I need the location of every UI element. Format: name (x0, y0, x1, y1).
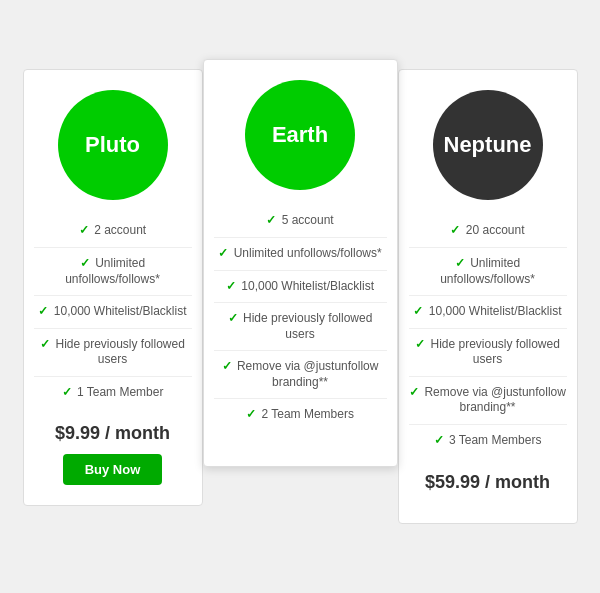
feature-unfollows: ✓ Unlimited unfollows/follows* (34, 248, 192, 296)
check-icon: ✓ (218, 246, 228, 260)
feature-branding: ✓ Remove via @justunfollow branding** (214, 351, 387, 399)
check-icon: ✓ (450, 223, 460, 237)
check-icon: ✓ (222, 359, 232, 373)
check-icon: ✓ (415, 337, 425, 351)
check-icon: ✓ (266, 213, 276, 227)
check-icon: ✓ (246, 407, 256, 421)
check-icon: ✓ (226, 279, 236, 293)
feature-whitelist: ✓ 10,000 Whitelist/Blacklist (214, 271, 387, 304)
feature-accounts: ✓ 2 account (34, 215, 192, 248)
feature-accounts: ✓ 5 account (214, 205, 387, 238)
check-icon: ✓ (80, 256, 90, 270)
feature-unfollows: ✓ Unlimited unfollows/follows* (409, 248, 567, 296)
feature-accounts: ✓ 20 account (409, 215, 567, 248)
plan-icon-neptune: Neptune (433, 90, 543, 200)
features-list-earth: ✓ 5 account ✓ Unlimited unfollows/follow… (204, 205, 397, 431)
feature-whitelist: ✓ 10,000 Whitelist/Blacklist (34, 296, 192, 329)
feature-team: ✓ 3 Team Members (409, 425, 567, 457)
feature-hide: ✓ Hide previously followed users (34, 329, 192, 377)
check-icon: ✓ (228, 311, 238, 325)
check-icon: ✓ (79, 223, 89, 237)
price-neptune: $59.99 / month (399, 472, 577, 493)
plan-icon-earth: Earth (245, 80, 355, 190)
pricing-container: Pluto ✓ 2 account ✓ Unlimited unfollows/… (0, 49, 600, 543)
check-icon: ✓ (413, 304, 423, 318)
feature-team: ✓ 1 Team Member (34, 377, 192, 409)
check-icon: ✓ (455, 256, 465, 270)
plan-card-pluto: Pluto ✓ 2 account ✓ Unlimited unfollows/… (23, 69, 203, 506)
feature-unfollows: ✓ Unlimited unfollows/follows* (214, 238, 387, 271)
plan-card-earth: Earth ✓ 5 account ✓ Unlimited unfollows/… (203, 59, 398, 467)
check-icon: ✓ (434, 433, 444, 447)
check-icon: ✓ (38, 304, 48, 318)
check-icon: ✓ (409, 385, 419, 399)
feature-hide: ✓ Hide previously followed users (409, 329, 567, 377)
features-list-pluto: ✓ 2 account ✓ Unlimited unfollows/follow… (24, 215, 202, 408)
plan-icon-pluto: Pluto (58, 90, 168, 200)
feature-hide: ✓ Hide previously followed users (214, 303, 387, 351)
check-icon: ✓ (40, 337, 50, 351)
plan-card-neptune: Neptune ✓ 20 account ✓ Unlimited unfollo… (398, 69, 578, 523)
check-icon: ✓ (62, 385, 72, 399)
price-pluto: $9.99 / month (24, 423, 202, 444)
feature-whitelist: ✓ 10,000 Whitelist/Blacklist (409, 296, 567, 329)
feature-branding: ✓ Remove via @justunfollow branding** (409, 377, 567, 425)
features-list-neptune: ✓ 20 account ✓ Unlimited unfollows/follo… (399, 215, 577, 456)
buy-button-pluto[interactable]: Buy Now (63, 454, 163, 485)
feature-team: ✓ 2 Team Members (214, 399, 387, 431)
